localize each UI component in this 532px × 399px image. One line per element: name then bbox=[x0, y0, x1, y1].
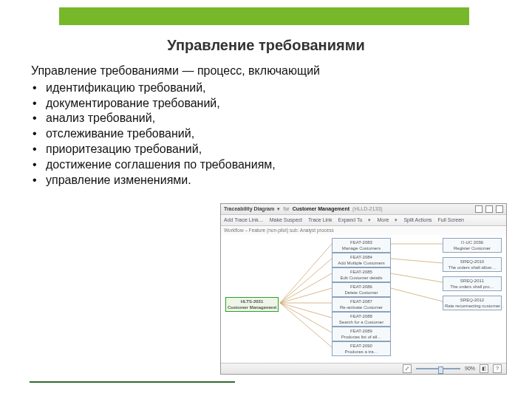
traceability-diagram-panel: Traceability Diagram ▾ for Customer Mana… bbox=[220, 203, 507, 375]
toolbar-full-screen[interactable]: Full Screen bbox=[438, 215, 464, 225]
green-header-bar bbox=[59, 7, 469, 25]
zoom-value: 90% bbox=[465, 364, 475, 374]
zoom-slider[interactable] bbox=[416, 368, 460, 369]
diagram-node[interactable]: SREQ-2012Rate reconnecting customer… bbox=[443, 296, 502, 310]
panel-title-object: Customer Management bbox=[293, 204, 349, 214]
toolbar-add-trace-link[interactable]: Add Trace Link… bbox=[224, 215, 264, 225]
diagram-node[interactable]: FEAT-2090Produces a tra… bbox=[332, 341, 391, 356]
toolbar-trace-link[interactable]: Trace Link bbox=[308, 215, 332, 225]
diagram-canvas[interactable]: HLTS-2031 Customer Management FEAT-2083M… bbox=[221, 235, 506, 364]
slide-body: Управление требованиями — процесс, включ… bbox=[31, 64, 504, 188]
toolbar-make-suspect[interactable]: Make Suspect bbox=[270, 215, 302, 225]
dropdown-icon[interactable]: ▾ bbox=[277, 204, 280, 214]
bullet-list: идентификацию требований, документирован… bbox=[31, 81, 504, 188]
diagram-node[interactable]: FEAT-2083Manage Customers bbox=[332, 238, 391, 253]
toolbar-split-actions[interactable]: Split Actions bbox=[403, 215, 432, 225]
node-name: Customer Management bbox=[228, 304, 276, 310]
diagram-node[interactable]: FEAT-2085Edit Customer details bbox=[332, 267, 391, 282]
svg-line-6 bbox=[280, 303, 332, 332]
svg-line-2 bbox=[280, 273, 332, 303]
panel-title-label: Traceability Diagram bbox=[224, 204, 274, 214]
bullet-item: управление изменениями. bbox=[46, 173, 504, 188]
svg-line-3 bbox=[280, 288, 332, 303]
intro-text: Управление требованиями — процесс, включ… bbox=[31, 64, 504, 79]
toolbar-expand-to[interactable]: Expand To bbox=[338, 215, 362, 225]
diagram-node[interactable]: FEAT-2084Add Multiple Customers bbox=[332, 253, 391, 267]
node-id: HLTS-2031 bbox=[228, 299, 276, 304]
svg-line-9 bbox=[391, 259, 443, 263]
svg-line-11 bbox=[391, 288, 443, 301]
bullet-item: анализ требований, bbox=[46, 111, 504, 126]
svg-line-0 bbox=[280, 244, 332, 303]
diagram-node[interactable]: SREQ-2010The orders shall allow… bbox=[443, 257, 502, 272]
slide-title: Управление требованиями bbox=[0, 37, 532, 54]
repaint-icon[interactable]: ◧ bbox=[480, 364, 488, 373]
panel-title-id: (HLLD-2133) bbox=[352, 204, 382, 214]
svg-line-5 bbox=[280, 303, 332, 318]
bullet-item: достижение соглашения по требованиям, bbox=[46, 157, 504, 173]
svg-line-7 bbox=[280, 303, 332, 347]
zoom-fit-icon[interactable]: ⤢ bbox=[403, 364, 412, 373]
svg-line-10 bbox=[391, 273, 443, 282]
green-footer-line bbox=[30, 381, 235, 383]
panel-statusbar: ⤢ 90% ◧ ? bbox=[221, 363, 506, 374]
close-icon[interactable] bbox=[496, 205, 503, 213]
help-icon[interactable]: ? bbox=[493, 364, 502, 373]
panel-title-for: for bbox=[283, 204, 289, 214]
bullet-item: приоритезацию требований, bbox=[46, 142, 504, 157]
minimize-icon[interactable] bbox=[475, 205, 482, 213]
diagram-root[interactable]: HLTS-2031 Customer Management bbox=[225, 297, 279, 312]
diagram-node[interactable]: O-UC 2036Register Customer bbox=[443, 238, 502, 253]
diagram-node[interactable]: FEAT-2087Re-activate Customer bbox=[332, 297, 391, 312]
maximize-icon[interactable] bbox=[485, 205, 493, 213]
toolbar-more[interactable]: More bbox=[377, 215, 389, 225]
svg-line-1 bbox=[280, 259, 332, 303]
diagram-node[interactable]: FEAT-2089Produces list of all… bbox=[332, 327, 391, 341]
panel-toolbar: Add Trace Link… Make Suspect Trace Link … bbox=[221, 215, 506, 226]
diagram-node[interactable]: FEAT-2088Search for a Customer bbox=[332, 312, 391, 327]
bullet-item: документирование требований, bbox=[46, 96, 504, 112]
diagram-node[interactable]: SREQ-2011The orders shall pro… bbox=[443, 276, 502, 291]
panel-titlebar: Traceability Diagram ▾ for Customer Mana… bbox=[221, 204, 506, 215]
bullet-item: идентификацию требований, bbox=[46, 81, 504, 96]
diagram-node[interactable]: FEAT-2086Delete Customer bbox=[332, 282, 391, 297]
bullet-item: отслеживание требований, bbox=[46, 126, 504, 142]
